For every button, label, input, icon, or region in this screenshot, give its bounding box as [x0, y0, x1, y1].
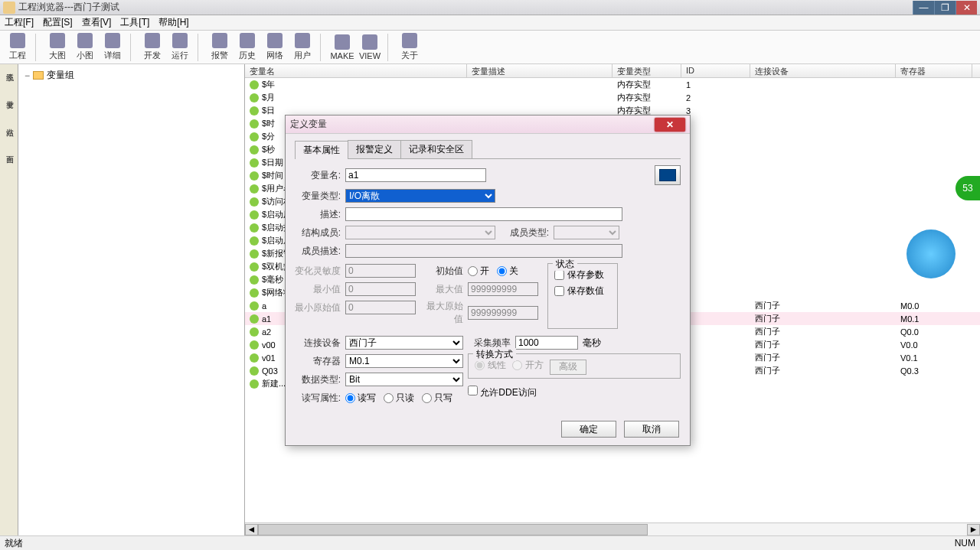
tree-pane: 变量组	[18, 64, 245, 535]
window-titlebar: 工程浏览器---西门子测试 — ❐ ✕	[0, 0, 980, 15]
alarm-icon	[212, 33, 227, 48]
tab-record[interactable]: 记录和安全区	[400, 140, 472, 158]
folder-icon	[33, 71, 44, 80]
list-header: 变量名 变量描述 变量类型 ID 连接设备 寄存器	[245, 64, 980, 78]
vside-station[interactable]: 站点	[3, 122, 15, 144]
chk-savedata[interactable]: 保存数值	[554, 285, 611, 298]
variable-icon	[250, 249, 259, 259]
toolbar: 工程 大图 小图 详细 开发 运行 报警 历史 网络 用户 MAKE VIEW …	[0, 31, 980, 64]
scroll-thumb[interactable]	[258, 524, 648, 535]
tb-dev[interactable]: 开发	[139, 33, 165, 61]
tb-user[interactable]: 用户	[289, 33, 315, 61]
tb-project[interactable]: 工程	[5, 33, 31, 61]
menu-view[interactable]: 查看[V]	[82, 16, 112, 29]
view-icon	[362, 34, 377, 50]
lbl-memdesc: 成员描述:	[295, 245, 341, 258]
tb-large[interactable]: 大图	[44, 33, 70, 61]
menu-config[interactable]: 配置[S]	[43, 16, 73, 29]
about-icon	[402, 33, 417, 48]
menu-project[interactable]: 工程[F]	[5, 16, 34, 29]
menu-tools[interactable]: 工具[T]	[120, 16, 149, 29]
variable-icon	[250, 184, 259, 194]
select-register[interactable]: M0.1	[345, 354, 463, 368]
scroll-left-icon[interactable]: ◄	[245, 524, 258, 535]
select-dtype[interactable]: Bit	[345, 373, 463, 386]
input-max	[468, 282, 538, 296]
tb-run[interactable]: 运行	[167, 33, 193, 61]
history-icon	[240, 33, 255, 48]
variable-icon	[250, 288, 259, 298]
variable-icon	[250, 145, 259, 155]
tb-alarm[interactable]: 报警	[207, 33, 233, 61]
lbl-freq: 采集频率	[468, 337, 511, 350]
tb-net[interactable]: 网络	[262, 33, 288, 61]
tb-history[interactable]: 历史	[234, 33, 260, 61]
tb-about[interactable]: 关于	[397, 33, 423, 61]
input-freq[interactable]	[515, 336, 578, 350]
tb-small[interactable]: 小图	[72, 33, 98, 61]
tab-basic[interactable]: 基本属性	[295, 141, 348, 159]
h-scrollbar[interactable]: ◄ ►	[245, 522, 980, 535]
variable-icon	[250, 106, 259, 116]
radio-rw[interactable]: 读写	[345, 392, 376, 405]
lbl-varname: 变量名:	[295, 169, 341, 182]
input-desc[interactable]	[345, 207, 622, 221]
radio-ro[interactable]: 只读	[384, 392, 414, 405]
col-id[interactable]: ID	[681, 64, 750, 77]
scroll-track[interactable]	[258, 524, 967, 535]
variable-icon	[250, 197, 259, 207]
list-row[interactable]: $年内存实型1	[245, 78, 980, 91]
dialog-close-button[interactable]: ✕	[655, 118, 685, 132]
thunder-icon	[906, 229, 956, 278]
chk-dde[interactable]: 允许DDE访问	[468, 386, 537, 399]
vside-system[interactable]: 系统	[3, 67, 15, 89]
input-minraw	[345, 301, 416, 314]
close-button[interactable]: ✕	[956, 1, 977, 15]
dialog-titlebar[interactable]: 定义变量 ✕	[286, 116, 690, 134]
input-varname[interactable]	[345, 168, 486, 182]
maximize-button[interactable]: ❐	[934, 1, 956, 15]
col-dev[interactable]: 连接设备	[750, 64, 896, 77]
vside-variable[interactable]: 变量	[3, 95, 15, 116]
badge-icon: 53	[956, 176, 980, 200]
select-struct	[345, 226, 495, 239]
cancel-button[interactable]: 取消	[624, 421, 679, 438]
select-memtype	[554, 226, 619, 239]
card-icon	[659, 169, 676, 181]
lbl-desc: 描述:	[295, 208, 341, 221]
vside-screen[interactable]: 画面	[3, 150, 15, 171]
status-num: NUM	[955, 538, 975, 548]
variable-icon	[250, 314, 259, 324]
radio-off[interactable]: 关	[497, 265, 518, 278]
vertical-sidebar: 系统 变量 站点 画面	[0, 64, 18, 535]
radio-on[interactable]: 开	[468, 265, 489, 278]
tb-view[interactable]: VIEW	[357, 34, 383, 60]
scroll-right-icon[interactable]: ►	[967, 524, 980, 535]
menu-bar: 工程[F] 配置[S] 查看[V] 工具[T] 帮助[H]	[0, 15, 980, 31]
col-name[interactable]: 变量名	[245, 64, 467, 77]
tree-root[interactable]: 变量组	[21, 67, 241, 83]
ok-button[interactable]: 确定	[561, 421, 616, 438]
browse-button[interactable]	[655, 165, 681, 185]
variable-icon	[250, 366, 259, 376]
select-vartype[interactable]: I/O离散	[345, 189, 495, 203]
lbl-dtype: 数据类型:	[295, 373, 341, 386]
col-type[interactable]: 变量类型	[612, 64, 681, 77]
variable-icon	[250, 93, 259, 103]
col-desc[interactable]: 变量描述	[467, 64, 612, 77]
col-reg[interactable]: 寄存器	[896, 64, 972, 77]
small-icon	[77, 33, 93, 48]
tb-detail[interactable]: 详细	[100, 33, 126, 61]
menu-help[interactable]: 帮助[H]	[158, 16, 188, 29]
list-row[interactable]: $月内存实型2	[245, 91, 980, 104]
select-device[interactable]: 西门子	[345, 336, 463, 350]
minimize-button[interactable]: —	[913, 1, 934, 15]
tab-alarm[interactable]: 报警定义	[348, 140, 401, 158]
radio-wo[interactable]: 只写	[422, 392, 452, 405]
lbl-sens: 变化灵敏度	[295, 265, 341, 278]
variable-icon	[250, 132, 259, 142]
large-icon	[50, 33, 65, 48]
tb-make[interactable]: MAKE	[329, 34, 355, 60]
variable-icon	[250, 275, 259, 285]
radio-sqrt: 开方	[512, 359, 544, 372]
